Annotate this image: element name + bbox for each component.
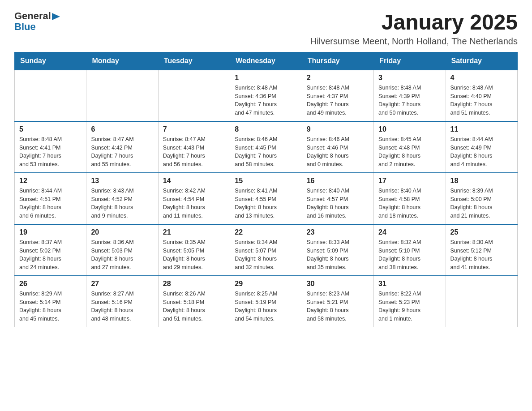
day-info: Sunrise: 8:44 AM Sunset: 4:49 PM Dayligh… <box>450 135 513 169</box>
day-info: Sunrise: 8:29 AM Sunset: 5:14 PM Dayligh… <box>19 290 82 323</box>
day-number: 4 <box>450 74 513 82</box>
calendar-cell: 13Sunrise: 8:43 AM Sunset: 4:52 PM Dayli… <box>86 173 158 224</box>
day-number: 12 <box>19 177 82 185</box>
day-info: Sunrise: 8:42 AM Sunset: 4:54 PM Dayligh… <box>163 187 225 220</box>
calendar-week-row: 12Sunrise: 8:44 AM Sunset: 4:51 PM Dayli… <box>15 173 518 224</box>
calendar-week-row: 5Sunrise: 8:48 AM Sunset: 4:41 PM Daylig… <box>15 121 518 173</box>
day-number: 1 <box>235 74 297 82</box>
calendar-cell: 16Sunrise: 8:40 AM Sunset: 4:57 PM Dayli… <box>302 173 373 224</box>
day-number: 14 <box>163 177 225 185</box>
day-info: Sunrise: 8:40 AM Sunset: 4:57 PM Dayligh… <box>307 187 369 220</box>
calendar-cell: 20Sunrise: 8:36 AM Sunset: 5:03 PM Dayli… <box>86 224 158 276</box>
day-of-week-header: Sunday <box>15 52 86 70</box>
calendar-cell: 23Sunrise: 8:33 AM Sunset: 5:09 PM Dayli… <box>302 224 373 276</box>
calendar-cell: 4Sunrise: 8:48 AM Sunset: 4:40 PM Daylig… <box>446 70 517 121</box>
day-number: 17 <box>378 177 441 185</box>
calendar-cell: 27Sunrise: 8:27 AM Sunset: 5:16 PM Dayli… <box>86 276 158 327</box>
day-info: Sunrise: 8:32 AM Sunset: 5:10 PM Dayligh… <box>378 238 441 272</box>
calendar-week-row: 19Sunrise: 8:37 AM Sunset: 5:02 PM Dayli… <box>15 224 518 276</box>
day-number: 2 <box>307 74 369 82</box>
day-number: 3 <box>378 74 441 82</box>
calendar-cell: 6Sunrise: 8:47 AM Sunset: 4:42 PM Daylig… <box>86 121 158 173</box>
day-info: Sunrise: 8:26 AM Sunset: 5:18 PM Dayligh… <box>163 290 225 323</box>
day-number: 11 <box>450 125 513 133</box>
day-number: 29 <box>235 280 297 288</box>
calendar-cell: 9Sunrise: 8:46 AM Sunset: 4:46 PM Daylig… <box>302 121 373 173</box>
calendar-cell: 10Sunrise: 8:45 AM Sunset: 4:48 PM Dayli… <box>374 121 446 173</box>
calendar-cell: 25Sunrise: 8:30 AM Sunset: 5:12 PM Dayli… <box>446 224 517 276</box>
day-info: Sunrise: 8:48 AM Sunset: 4:40 PM Dayligh… <box>450 84 513 117</box>
day-number: 16 <box>307 177 369 185</box>
day-info: Sunrise: 8:43 AM Sunset: 4:52 PM Dayligh… <box>91 187 153 220</box>
logo-blue: Blue <box>14 21 36 32</box>
day-of-week-header: Friday <box>374 52 446 70</box>
day-of-week-header: Monday <box>86 52 158 70</box>
day-info: Sunrise: 8:40 AM Sunset: 4:58 PM Dayligh… <box>378 187 441 220</box>
calendar-cell: 22Sunrise: 8:34 AM Sunset: 5:07 PM Dayli… <box>230 224 302 276</box>
day-number: 7 <box>163 125 225 133</box>
calendar-cell: 11Sunrise: 8:44 AM Sunset: 4:49 PM Dayli… <box>446 121 517 173</box>
day-info: Sunrise: 8:37 AM Sunset: 5:02 PM Dayligh… <box>19 238 82 272</box>
day-number: 28 <box>163 280 225 288</box>
day-number: 5 <box>19 125 82 133</box>
day-info: Sunrise: 8:25 AM Sunset: 5:19 PM Dayligh… <box>235 290 297 323</box>
day-info: Sunrise: 8:23 AM Sunset: 5:21 PM Dayligh… <box>307 290 369 323</box>
day-number: 19 <box>19 228 82 236</box>
page-header: General Blue January 2025 Hilversumse Me… <box>14 11 518 47</box>
title-section: January 2025 Hilversumse Meent, North Ho… <box>310 11 518 47</box>
calendar-week-row: 26Sunrise: 8:29 AM Sunset: 5:14 PM Dayli… <box>15 276 518 327</box>
calendar-header-row: SundayMondayTuesdayWednesdayThursdayFrid… <box>15 52 518 70</box>
calendar-table: SundayMondayTuesdayWednesdayThursdayFrid… <box>14 52 518 327</box>
day-info: Sunrise: 8:27 AM Sunset: 5:16 PM Dayligh… <box>91 290 153 323</box>
calendar-cell <box>446 276 517 327</box>
day-info: Sunrise: 8:39 AM Sunset: 5:00 PM Dayligh… <box>450 187 513 220</box>
calendar-cell: 8Sunrise: 8:46 AM Sunset: 4:45 PM Daylig… <box>230 121 302 173</box>
calendar-cell: 12Sunrise: 8:44 AM Sunset: 4:51 PM Dayli… <box>15 173 86 224</box>
day-number: 24 <box>378 228 441 236</box>
day-number: 13 <box>91 177 153 185</box>
calendar-subtitle: Hilversumse Meent, North Holland, The Ne… <box>310 36 518 47</box>
day-info: Sunrise: 8:48 AM Sunset: 4:37 PM Dayligh… <box>307 84 369 117</box>
calendar-cell: 29Sunrise: 8:25 AM Sunset: 5:19 PM Dayli… <box>230 276 302 327</box>
calendar-cell: 1Sunrise: 8:48 AM Sunset: 4:36 PM Daylig… <box>230 70 302 121</box>
day-info: Sunrise: 8:33 AM Sunset: 5:09 PM Dayligh… <box>307 238 369 272</box>
day-info: Sunrise: 8:36 AM Sunset: 5:03 PM Dayligh… <box>91 238 153 272</box>
day-number: 22 <box>235 228 297 236</box>
day-number: 25 <box>450 228 513 236</box>
day-info: Sunrise: 8:34 AM Sunset: 5:07 PM Dayligh… <box>235 238 297 272</box>
calendar-cell: 14Sunrise: 8:42 AM Sunset: 4:54 PM Dayli… <box>158 173 230 224</box>
day-of-week-header: Wednesday <box>230 52 302 70</box>
day-number: 21 <box>163 228 225 236</box>
day-info: Sunrise: 8:48 AM Sunset: 4:36 PM Dayligh… <box>235 84 297 117</box>
day-number: 31 <box>378 280 441 288</box>
day-info: Sunrise: 8:47 AM Sunset: 4:42 PM Dayligh… <box>91 135 153 169</box>
calendar-cell: 7Sunrise: 8:47 AM Sunset: 4:43 PM Daylig… <box>158 121 230 173</box>
calendar-cell: 21Sunrise: 8:35 AM Sunset: 5:05 PM Dayli… <box>158 224 230 276</box>
calendar-cell: 2Sunrise: 8:48 AM Sunset: 4:37 PM Daylig… <box>302 70 373 121</box>
logo-general: General <box>14 11 51 21</box>
day-info: Sunrise: 8:41 AM Sunset: 4:55 PM Dayligh… <box>235 187 297 220</box>
day-number: 27 <box>91 280 153 288</box>
day-of-week-header: Tuesday <box>158 52 230 70</box>
calendar-cell: 31Sunrise: 8:22 AM Sunset: 5:23 PM Dayli… <box>374 276 446 327</box>
day-number: 10 <box>378 125 441 133</box>
day-number: 8 <box>235 125 297 133</box>
calendar-cell: 28Sunrise: 8:26 AM Sunset: 5:18 PM Dayli… <box>158 276 230 327</box>
calendar-cell: 17Sunrise: 8:40 AM Sunset: 4:58 PM Dayli… <box>374 173 446 224</box>
day-info: Sunrise: 8:46 AM Sunset: 4:46 PM Dayligh… <box>307 135 369 169</box>
calendar-cell: 15Sunrise: 8:41 AM Sunset: 4:55 PM Dayli… <box>230 173 302 224</box>
day-info: Sunrise: 8:46 AM Sunset: 4:45 PM Dayligh… <box>235 135 297 169</box>
calendar-cell: 18Sunrise: 8:39 AM Sunset: 5:00 PM Dayli… <box>446 173 517 224</box>
day-info: Sunrise: 8:48 AM Sunset: 4:39 PM Dayligh… <box>378 84 441 117</box>
day-number: 20 <box>91 228 153 236</box>
calendar-cell <box>15 70 86 121</box>
day-info: Sunrise: 8:44 AM Sunset: 4:51 PM Dayligh… <box>19 187 82 220</box>
logo-triangle-icon <box>52 12 61 21</box>
day-number: 23 <box>307 228 369 236</box>
calendar-cell: 3Sunrise: 8:48 AM Sunset: 4:39 PM Daylig… <box>374 70 446 121</box>
calendar-cell <box>158 70 230 121</box>
day-info: Sunrise: 8:22 AM Sunset: 5:23 PM Dayligh… <box>378 290 441 323</box>
day-number: 18 <box>450 177 513 185</box>
day-number: 15 <box>235 177 297 185</box>
day-info: Sunrise: 8:35 AM Sunset: 5:05 PM Dayligh… <box>163 238 225 272</box>
